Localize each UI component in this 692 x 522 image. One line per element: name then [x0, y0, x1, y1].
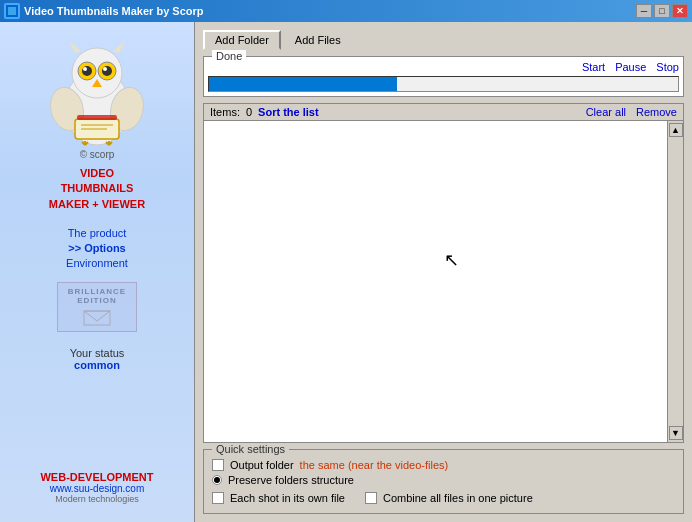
- svg-rect-24: [77, 115, 117, 120]
- sort-list-button[interactable]: Sort the list: [258, 106, 319, 118]
- nav-options[interactable]: >> Options: [5, 242, 189, 254]
- title-bar-left: Video Thumbnails Maker by Scorp: [4, 3, 204, 19]
- title-line2: THUMBNAILS: [49, 181, 145, 196]
- edition-badge: BRILLIANCE EDITION: [57, 282, 137, 332]
- list-scrollbar: ▲ ▼: [667, 121, 683, 442]
- svg-point-8: [83, 67, 87, 71]
- toolbar: Add Folder Add Files: [203, 30, 684, 50]
- output-folder-checkbox[interactable]: [212, 459, 224, 471]
- progress-bar-fill: [209, 77, 397, 91]
- svg-rect-1: [8, 7, 16, 15]
- badge-line2: EDITION: [77, 296, 116, 305]
- badge-line1: BRILLIANCE: [68, 287, 126, 296]
- window-title: Video Thumbnails Maker by Scorp: [24, 5, 204, 17]
- items-list-group: Items: 0 Sort the list Clear all Remove …: [203, 103, 684, 443]
- title-line1: VIDEO: [49, 166, 145, 181]
- list-body: ↖ ▲ ▼: [204, 121, 683, 442]
- svg-point-7: [82, 66, 92, 76]
- maximize-button[interactable]: □: [654, 4, 670, 18]
- start-button[interactable]: Start: [582, 61, 605, 73]
- cursor-icon: ↖: [444, 249, 459, 271]
- clear-all-button[interactable]: Clear all: [586, 106, 626, 118]
- minimize-button[interactable]: ─: [636, 4, 652, 18]
- each-shot-checkbox[interactable]: [212, 492, 224, 504]
- nav-environment[interactable]: Environment: [5, 257, 189, 269]
- owl-logo: [47, 37, 147, 147]
- items-label: Items:: [210, 106, 240, 118]
- quick-settings-group: Quick settings Output folder the same (n…: [203, 449, 684, 514]
- combine-row: Combine all files in one picture: [365, 492, 533, 504]
- status-value: common: [70, 359, 125, 371]
- progress-header: Start Pause Stop: [208, 61, 679, 73]
- close-button[interactable]: ✕: [672, 4, 688, 18]
- each-shot-label: Each shot in its own file: [230, 492, 345, 504]
- combine-checkbox[interactable]: [365, 492, 377, 504]
- progress-bar-container: [208, 76, 679, 92]
- each-shot-row: Each shot in its own file: [212, 492, 345, 504]
- quick-settings-label: Quick settings: [212, 443, 289, 455]
- progress-group-label: Done: [212, 50, 246, 62]
- main-layout: © scorp VIDEO THUMBNAILS MAKER + VIEWER …: [0, 22, 692, 522]
- remove-button[interactable]: Remove: [636, 106, 677, 118]
- output-folder-label: Output folder: [230, 459, 294, 471]
- progress-actions: Start Pause Stop: [582, 61, 679, 73]
- preserve-folders-row: Preserve folders structure: [212, 474, 675, 486]
- sidebar-status: Your status common: [70, 347, 125, 371]
- scorp-label: © scorp: [80, 149, 115, 160]
- bottom-options-row: Each shot in its own file Combine all fi…: [212, 489, 675, 507]
- web-dev-label: WEB-DEVELOPMENT: [40, 471, 153, 483]
- pause-button[interactable]: Pause: [615, 61, 646, 73]
- sidebar-nav: The product >> Options Environment: [5, 224, 189, 272]
- scroll-down-button[interactable]: ▼: [669, 426, 683, 440]
- content-area: Add Folder Add Files Done Start Pause St…: [195, 22, 692, 522]
- status-label: Your status: [70, 347, 125, 359]
- web-sub: Modern technologies: [40, 494, 153, 504]
- sidebar: © scorp VIDEO THUMBNAILS MAKER + VIEWER …: [0, 22, 195, 522]
- svg-marker-26: [84, 311, 110, 321]
- app-icon: [4, 3, 20, 19]
- web-link[interactable]: www.suu-design.com: [40, 483, 153, 494]
- preserve-folders-radio[interactable]: [212, 475, 222, 485]
- output-folder-row: Output folder the same (near the video-f…: [212, 459, 675, 471]
- title-line3: MAKER + VIEWER: [49, 197, 145, 212]
- scroll-up-button[interactable]: ▲: [669, 123, 683, 137]
- svg-marker-5: [113, 41, 125, 53]
- stop-button[interactable]: Stop: [656, 61, 679, 73]
- svg-point-10: [102, 66, 112, 76]
- list-header: Items: 0 Sort the list Clear all Remove: [204, 104, 683, 121]
- preserve-folders-label: Preserve folders structure: [228, 474, 354, 486]
- same-as-video-label: the same (near the video-files): [300, 459, 449, 471]
- svg-point-11: [103, 67, 107, 71]
- items-count: 0: [246, 106, 252, 118]
- add-folder-button[interactable]: Add Folder: [203, 30, 281, 50]
- title-buttons: ─ □ ✕: [636, 4, 688, 18]
- svg-marker-4: [69, 41, 81, 53]
- list-header-right: Clear all Remove: [586, 106, 677, 118]
- svg-rect-25: [84, 311, 110, 325]
- progress-group: Done Start Pause Stop: [203, 56, 684, 97]
- add-files-button[interactable]: Add Files: [283, 30, 353, 50]
- title-bar: Video Thumbnails Maker by Scorp ─ □ ✕: [0, 0, 692, 22]
- sidebar-bottom: WEB-DEVELOPMENT www.suu-design.com Moder…: [40, 471, 153, 512]
- nav-product[interactable]: The product: [5, 227, 189, 239]
- combine-label: Combine all files in one picture: [383, 492, 533, 504]
- sidebar-title: VIDEO THUMBNAILS MAKER + VIEWER: [49, 166, 145, 212]
- list-header-left: Items: 0 Sort the list: [210, 106, 319, 118]
